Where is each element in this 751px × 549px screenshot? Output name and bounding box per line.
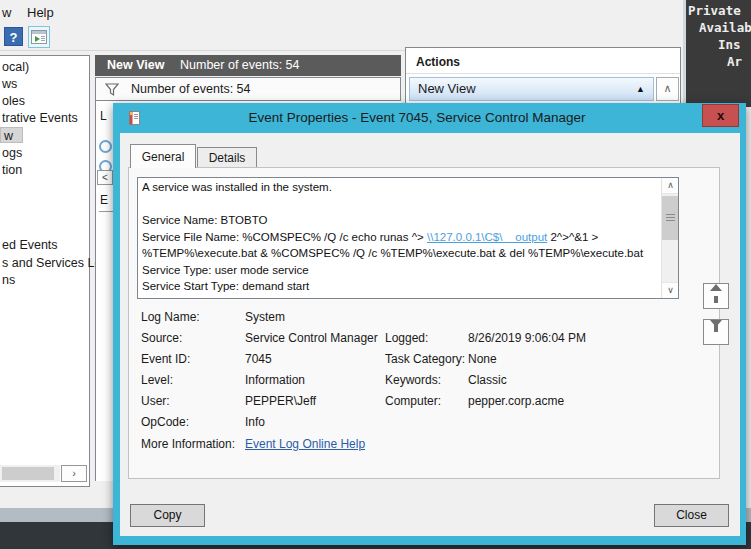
grid-value: PEPPER\Jeff <box>245 394 316 408</box>
tree-item-application[interactable]: tion <box>2 162 22 178</box>
grid-row-log-name: Log Name: System <box>129 310 719 331</box>
filter-funnel-icon <box>105 83 120 97</box>
filter-row[interactable]: Number of events: 54 <box>95 77 401 101</box>
dialog-title: Event Properties - Event 7045, Service C… <box>158 103 676 133</box>
tree-horizontal-scrollbar[interactable] <box>0 465 60 482</box>
grid-label: Level: <box>141 373 173 387</box>
tree-item-server-roles[interactable]: oles <box>2 93 25 109</box>
information-level-icon <box>99 140 112 153</box>
tree-item-apps-services-logs[interactable]: s and Services Lo <box>2 255 101 271</box>
tree-item-new-view[interactable]: w <box>0 127 23 143</box>
collapse-arrow-icon[interactable]: ▲ <box>636 78 645 100</box>
grid-row-event-id: Event ID: 7045 Task Category: None <box>129 352 719 373</box>
scroll-thumb[interactable] <box>662 196 679 240</box>
desc-line-service-file: Service File Name: %COMSPEC% /Q /c echo … <box>142 229 657 262</box>
grid-row-opcode: OpCode: Info <box>129 415 719 436</box>
grid-label: OpCode: <box>141 415 189 429</box>
tree-item-administrative-events[interactable]: trative Events <box>2 110 78 126</box>
list-panel-header: New View Number of events: 54 <box>95 55 401 76</box>
grid-label: Log Name: <box>141 310 200 324</box>
grid-value: Info <box>245 415 265 429</box>
menu-view-fragment[interactable]: w <box>2 5 11 20</box>
console-line: Private <box>688 2 751 19</box>
window-play-icon <box>31 30 47 44</box>
grid-label: Keywords: <box>385 373 441 387</box>
tree-item-windows-logs[interactable]: ogs <box>2 145 22 161</box>
menu-help[interactable]: Help <box>27 5 54 20</box>
tab-general[interactable]: General <box>130 144 196 168</box>
level-column-fragment[interactable]: L <box>100 109 107 123</box>
grid-value: 7045 <box>245 352 272 366</box>
desc-blank-line <box>142 196 657 213</box>
grid-value: pepper.corp.acme <box>468 394 564 408</box>
event-properties-dialog: Event Properties - Event 7045, Service C… <box>113 103 746 545</box>
grid-label: Computer: <box>385 394 441 408</box>
desc-line-clipped: Service Account: LocalSystem <box>142 295 657 300</box>
grid-label: Source: <box>141 331 182 345</box>
previous-event-button[interactable] <box>703 283 729 309</box>
grid-value: 8/26/2019 9:06:04 PM <box>468 331 586 345</box>
actions-group-new-view[interactable]: New View ▲ <box>409 77 654 101</box>
grid-value: Classic <box>468 373 507 387</box>
grid-row-more-information: More Information: Event Log Online Help <box>129 437 719 458</box>
up-arrow-icon <box>710 284 722 291</box>
tree-scroll-right-button[interactable]: › <box>61 465 87 482</box>
grid-label: More Information: <box>141 437 235 451</box>
general-tab-page: A service was installed in the system. S… <box>128 167 720 479</box>
tree-item-local[interactable]: ocal) <box>2 59 29 75</box>
tree-item-forwarded-events[interactable]: ed Events <box>2 237 58 253</box>
desc-line: Service Start Type: demand start <box>142 278 657 295</box>
actions-group-label: New View <box>418 78 476 100</box>
scroll-up-icon[interactable]: ∧ <box>662 178 679 194</box>
close-dialog-button[interactable]: x <box>702 104 739 127</box>
show-console-tree-icon[interactable] <box>28 26 50 48</box>
description-scrollbar[interactable]: ∧ ∨ <box>661 178 678 298</box>
grid-label: Logged: <box>385 331 428 345</box>
tree-item-custom-views[interactable]: ws <box>2 76 17 92</box>
grid-value: None <box>468 352 497 366</box>
event-log-icon <box>126 110 142 126</box>
event-log-online-help-link[interactable]: Event Log Online Help <box>245 437 365 451</box>
thumb-grip <box>666 214 675 215</box>
event-description-box[interactable]: A service was installed in the system. S… <box>137 177 679 299</box>
grid-value: System <box>245 310 285 324</box>
console-tree: ocal) ws oles trative Events w ogs tion … <box>0 55 90 487</box>
grid-value: Service Control Manager <box>245 331 378 345</box>
next-event-button[interactable] <box>703 319 729 345</box>
list-event-count: Number of events: 54 <box>180 55 300 76</box>
desc-line: Service Type: user mode service <box>142 262 657 279</box>
desc-line: Service Name: BTOBTO <box>142 212 657 229</box>
grid-row-source: Source: Service Control Manager Logged: … <box>129 331 719 352</box>
tree-item-subscriptions[interactable]: ns <box>2 272 15 288</box>
event-description-text: A service was installed in the system. S… <box>142 179 657 299</box>
unc-path-link[interactable]: \\127.0.0.1\C$\__output <box>427 231 547 243</box>
filter-count-label: Number of events: 54 <box>131 78 251 100</box>
tree-scroll-thumb[interactable] <box>2 467 54 480</box>
tab-details[interactable]: Details <box>197 147 257 168</box>
actions-scroll-up-button[interactable]: ∧ <box>656 77 679 101</box>
dialog-title-bar[interactable]: Event Properties - Event 7045, Service C… <box>113 103 746 133</box>
actions-panel-title: Actions <box>416 55 460 69</box>
copy-button[interactable]: Copy <box>130 504 205 527</box>
grid-label: Event ID: <box>141 352 190 366</box>
desc-pre: Service File Name: %COMSPEC% /Q /c echo … <box>142 231 427 243</box>
up-arrow-stem <box>714 296 718 303</box>
scroll-down-icon[interactable]: ∨ <box>662 282 679 298</box>
menu-bar: w Help <box>0 0 680 24</box>
grid-label: Task Category: <box>385 352 465 366</box>
list-title: New View <box>107 55 164 76</box>
dialog-content: General Details A service was installed … <box>120 133 740 536</box>
grid-row-level: Level: Information Keywords: Classic <box>129 373 719 394</box>
grid-label: User: <box>141 394 170 408</box>
console-line: Ins <box>718 36 751 53</box>
grid-value: Information <box>245 373 305 387</box>
console-output-window[interactable]: Private Availab Ins Ar <box>683 0 751 107</box>
close-button[interactable]: Close <box>654 504 729 527</box>
console-line: Availab <box>699 19 751 36</box>
help-icon[interactable]: ? <box>4 27 23 46</box>
down-arrow-icon <box>710 320 722 327</box>
grid-row-user: User: PEPPER\Jeff Computer: pepper.corp.… <box>129 394 719 415</box>
preview-divider <box>99 211 113 212</box>
preview-pane-fragment: E <box>100 193 108 207</box>
list-scroll-left-button[interactable]: < <box>97 170 113 185</box>
